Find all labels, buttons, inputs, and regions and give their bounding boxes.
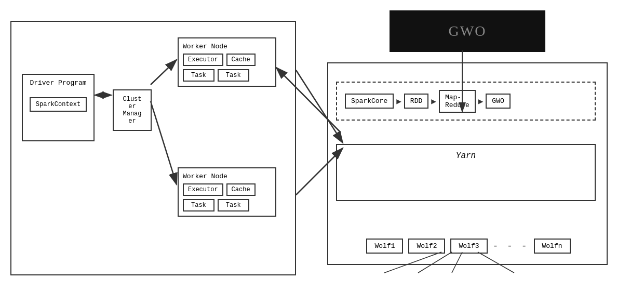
wolf-row: Wolf1 Wolf2 Wolf3 - - - Wolfn <box>328 239 609 254</box>
yarn-label: Yarn <box>456 151 476 161</box>
executor-1-box: Executor <box>183 54 223 66</box>
wolf2-box: Wolf2 <box>408 239 445 254</box>
worker-node-2-box: Worker Node Executor Cache Task Task <box>178 167 276 217</box>
driver-program-box: Driver Program SparkContext <box>22 74 95 141</box>
wolfn-box: Wolfn <box>534 239 571 254</box>
worker-node-2-title: Worker Node <box>183 173 271 180</box>
right-main-box: SparkCore ▶ RDD ▶ Map-Reduce ▶ GWO Yarn … <box>327 62 608 265</box>
right-panel: GWO SparkCore ▶ RDD ▶ Map-Reduce ▶ GWO Y… <box>317 10 618 281</box>
arrow-3: ▶ <box>478 96 484 107</box>
left-panel: Driver Program SparkContext ClusterManag… <box>10 21 296 275</box>
diagram-container: Driver Program SparkContext ClusterManag… <box>10 8 634 283</box>
task-1a-box: Task <box>183 69 214 82</box>
executor-2-box: Executor <box>183 183 223 196</box>
cache-1-box: Cache <box>226 54 256 66</box>
cluster-manager-box: ClusterManager <box>113 89 152 131</box>
arrow-1: ▶ <box>396 96 401 107</box>
arrow-2: ▶ <box>431 96 436 107</box>
header-text: GWO <box>449 23 487 39</box>
spark-context-label: SparkContext <box>36 101 81 108</box>
spark-core-box: SparkCore <box>345 94 394 109</box>
task-2b-box: Task <box>218 199 249 211</box>
black-header-box: GWO <box>390 10 545 52</box>
task-1b-box: Task <box>218 69 249 82</box>
driver-program-label: Driver Program <box>30 79 86 87</box>
wolf3-box: Wolf3 <box>450 239 487 254</box>
cluster-manager-label: ClusterManager <box>123 96 141 125</box>
worker-node-1-box: Worker Node Executor Cache Task Task <box>178 37 276 87</box>
task-2a-box: Task <box>183 199 214 211</box>
map-reduce-box: Map-Reduce <box>439 90 476 113</box>
yarn-box: Yarn <box>336 144 596 201</box>
pipeline-box: SparkCore ▶ RDD ▶ Map-Reduce ▶ GWO <box>336 82 596 121</box>
wolf1-box: Wolf1 <box>366 239 403 254</box>
wolf-dashes: - - - <box>493 241 529 252</box>
worker-node-1-title: Worker Node <box>183 43 271 50</box>
cache-2-box: Cache <box>226 183 256 196</box>
gwo-box: GWO <box>486 94 510 109</box>
rdd-box: RDD <box>404 94 428 109</box>
spark-context-box: SparkContext <box>30 97 87 112</box>
